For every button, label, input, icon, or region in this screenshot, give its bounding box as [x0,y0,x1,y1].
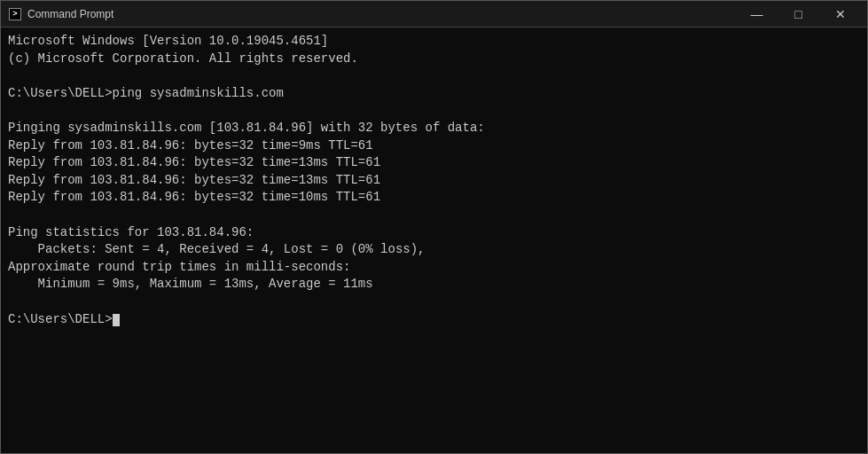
app-icon [8,7,22,21]
cmd-icon [9,8,21,20]
minimize-button[interactable]: — [737,1,777,27]
close-button[interactable]: ✕ [820,1,860,27]
maximize-button[interactable]: □ [778,1,818,27]
command-prompt-window: Command Prompt — □ ✕ Microsoft Windows [… [0,0,868,454]
title-bar-left: Command Prompt [8,7,113,21]
window-title: Command Prompt [27,8,113,20]
title-bar: Command Prompt — □ ✕ [1,1,867,27]
window-controls: — □ ✕ [737,1,860,27]
terminal-output[interactable]: Microsoft Windows [Version 10.0.19045.46… [1,27,867,453]
terminal-content: Microsoft Windows [Version 10.0.19045.46… [8,33,860,328]
cursor [113,314,120,326]
